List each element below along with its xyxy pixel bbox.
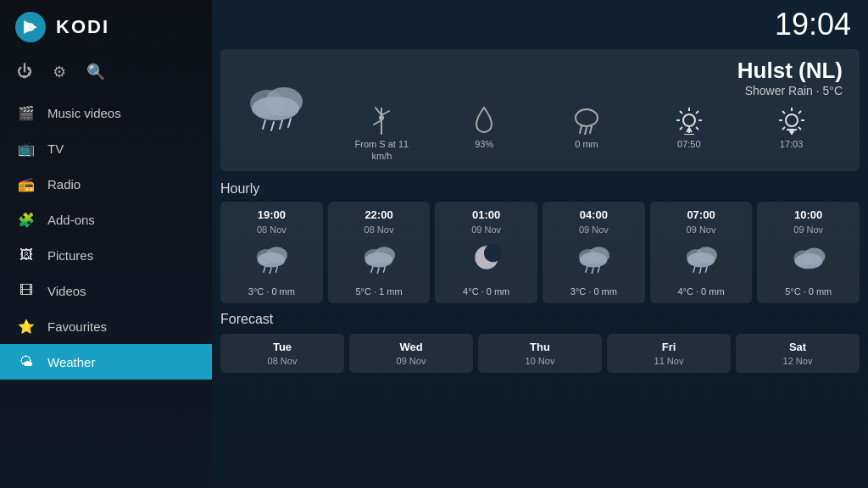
kodi-logo-icon [14,10,47,44]
sidebar-label-tv: TV [47,141,64,156]
sunrise-icon [675,106,704,135]
sunset-icon [777,106,806,135]
svg-line-49 [377,268,379,273]
forecast-card: Thu 10 Nov [478,334,602,373]
sidebar-item-videos[interactable]: 🎞 Videos [0,273,212,308]
rain-icon [572,106,601,135]
svg-point-19 [683,114,695,126]
search-button[interactable]: 🔍 [86,63,105,81]
svg-line-62 [693,266,695,271]
svg-line-31 [798,111,801,114]
main-content: 19:04 Hulst (NL) Shower Rain · 5°C [212,0,868,488]
svg-line-37 [782,111,785,114]
forecast-card: Tue 08 Nov [220,334,344,373]
svg-line-44 [276,266,278,271]
forecast-card: Fri 11 Nov [607,334,731,373]
svg-point-52 [484,244,502,262]
svg-line-33 [798,127,801,130]
sidebar-item-music-videos[interactable]: 🎬 Music videos [0,95,212,130]
svg-line-63 [699,268,701,273]
nav-menu: 🎬 Music videos 📺 TV 📻 Radio 🧩 Add-ons 🖼 … [0,95,212,488]
sidebar-item-tv[interactable]: 📺 TV [0,130,212,166]
svg-line-48 [371,266,373,271]
hourly-weather-icon [789,241,828,280]
sidebar-item-radio[interactable]: 📻 Radio [0,166,212,202]
hourly-date: 08 Nov [364,225,394,235]
svg-line-7 [271,122,274,130]
sidebar-label-videos: Videos [47,284,86,298]
power-button[interactable]: ⏻ [17,63,32,81]
svg-point-29 [786,114,798,126]
sidebar-label-add-ons: Add-ons [47,213,95,227]
sidebar-toolbar: ⏻ ⚙ 🔍 [0,54,212,95]
svg-line-43 [270,268,272,273]
hourly-date: 09 Nov [471,225,501,235]
svg-line-50 [383,266,385,271]
svg-line-27 [680,111,682,114]
hourly-temp: 3°C · 0 mm [248,286,295,297]
stat-wind: From S at 11km/h [331,106,433,163]
svg-line-14 [374,120,381,125]
forecast-section-title: Forecast [212,308,868,332]
kodi-header: KODI [0,0,212,54]
forecast-day: Tue [273,341,292,353]
stat-sunrise: 07:50 [637,106,740,163]
svg-line-18 [590,126,592,133]
sidebar-label-music-videos: Music videos [47,106,121,120]
hourly-date: 08 Nov [257,225,287,235]
svg-line-64 [705,266,707,271]
weather-icon: 🌤 [17,352,36,371]
sidebar: KODI ⏻ ⚙ 🔍 🎬 Music videos 📺 TV 📻 Radio 🧩… [0,0,212,488]
hourly-card: 22:00 08 Nov 5°C · 1 mm [328,202,431,303]
sidebar-label-favourites: Favourites [47,319,107,334]
svg-line-25 [680,127,682,130]
hourly-weather-icon [682,241,721,280]
hourly-card: 07:00 09 Nov 4°C · 0 mm [650,202,753,303]
svg-line-21 [696,111,698,114]
hourly-forecast-row: 19:00 08 Nov 3°C · 0 mm 22:00 08 Nov 5°C… [212,202,868,303]
hourly-time: 22:00 [364,208,392,221]
forecast-row: Tue 08 Nov Wed 09 Nov Thu 10 Nov Fri 11 … [212,334,868,373]
svg-point-5 [252,97,299,120]
svg-point-67 [794,253,822,269]
forecast-date: 09 Nov [397,356,426,366]
current-description: Shower Rain · 5°C [331,84,843,97]
svg-line-8 [280,120,282,129]
hourly-date: 09 Nov [793,225,823,235]
svg-line-17 [585,128,587,135]
svg-line-13 [381,111,389,115]
svg-line-23 [696,127,698,130]
sidebar-item-add-ons[interactable]: 🧩 Add-ons [0,202,212,237]
sunset-label: 17:03 [780,138,804,150]
app-title: KODI [56,16,109,38]
sidebar-item-weather[interactable]: 🌤 Weather [0,344,212,380]
hourly-time: 07:00 [687,208,715,221]
svg-line-57 [593,268,594,273]
svg-line-58 [598,266,600,271]
current-weather-card: Hulst (NL) Shower Rain · 5°C From S at 1… [220,49,860,171]
sunrise-label: 07:50 [677,138,701,150]
favourites-icon: ⭐ [17,317,36,336]
sidebar-label-weather: Weather [47,355,95,369]
current-weather-icon [237,76,314,143]
hourly-weather-icon [467,241,506,280]
hourly-card: 19:00 08 Nov 3°C · 0 mm [220,202,323,303]
radio-icon: 📻 [17,175,36,193]
forecast-date: 08 Nov [268,356,298,366]
weather-stats-row: From S at 11km/h 93% 0 mm [331,106,843,163]
svg-line-9 [288,119,291,127]
sidebar-item-pictures[interactable]: 🖼 Pictures [0,237,212,273]
stat-humidity: 93% [433,106,536,163]
pictures-icon: 🖼 [17,246,36,264]
hourly-time: 10:00 [794,208,822,221]
stat-sunset: 17:03 [740,106,843,163]
hourly-card: 10:00 09 Nov 5°C · 0 mm [757,202,860,303]
settings-button[interactable]: ⚙ [53,63,66,81]
sidebar-item-favourites[interactable]: ⭐ Favourites [0,308,212,344]
humidity-label: 93% [475,138,493,150]
hourly-temp: 4°C · 0 mm [463,286,509,297]
forecast-day: Thu [530,341,550,353]
forecast-day: Wed [399,341,422,353]
forecast-card: Wed 09 Nov [349,334,473,373]
forecast-card: Sat 12 Nov [736,334,860,373]
